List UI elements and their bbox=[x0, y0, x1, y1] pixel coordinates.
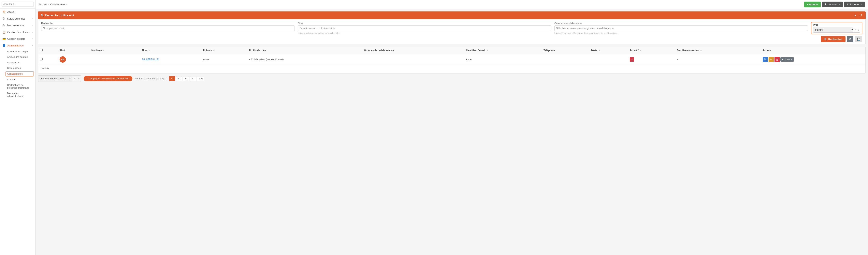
col-active: Activé ? ⇅ bbox=[628, 47, 675, 54]
sidebar-sub-absences[interactable]: Absences et congés bbox=[0, 49, 35, 54]
search-magnifier-icon: 🔍 bbox=[41, 14, 44, 17]
count-text: 1 entrée bbox=[40, 67, 863, 70]
nom-link[interactable]: MILLEFEUILLE bbox=[142, 58, 159, 61]
sidebar-sub-articles[interactable]: Articles des contrats bbox=[0, 54, 35, 60]
groupes-input[interactable] bbox=[554, 26, 808, 31]
per-page-20[interactable]: 20 bbox=[176, 76, 182, 81]
action-chevron-icon: ∨ bbox=[77, 77, 81, 80]
search-icon: 🔍 bbox=[824, 38, 827, 41]
clock-icon: ⏱ bbox=[2, 17, 5, 20]
sites-label: Sites bbox=[298, 22, 551, 25]
sidebar-sub-assurances[interactable]: Assurances bbox=[0, 60, 35, 65]
breadcrumb-sep: › bbox=[48, 3, 49, 6]
chevron-right-icon-2: › bbox=[32, 24, 33, 26]
refresh-search-button[interactable]: ↺ bbox=[859, 13, 863, 18]
sites-input[interactable] bbox=[298, 26, 551, 31]
sort-nom-icon[interactable]: ⇅ bbox=[149, 49, 150, 52]
cell-telephone bbox=[541, 54, 589, 65]
import-icon: ⬇ bbox=[825, 3, 827, 6]
sort-prenom-icon[interactable]: ⇅ bbox=[213, 49, 215, 52]
cell-groupes bbox=[362, 54, 464, 65]
sidebar-sub-declarations[interactable]: Déclarations de personnel intérimaire bbox=[0, 82, 35, 91]
reset-button[interactable]: ↺ bbox=[847, 36, 854, 42]
select-all-checkbox[interactable] bbox=[40, 49, 42, 51]
type-select[interactable]: Inactifs Actifs Tous bbox=[813, 27, 854, 32]
gear-icon: ⚙ bbox=[2, 24, 5, 27]
rechercher-label: Rechercher bbox=[41, 22, 295, 25]
actions-dropdown-button[interactable]: Actions ∨ bbox=[780, 57, 794, 62]
search-panel-title: 🔍 Recherche : 1 filtre actif bbox=[41, 14, 74, 17]
main-content: Accueil › Collaborateurs + Ajouter ⬇ Imp… bbox=[35, 0, 868, 255]
col-profils: Profils d'accès bbox=[247, 47, 362, 54]
action-clear-button[interactable]: × bbox=[72, 77, 77, 80]
chevron-down-icon: ∨ bbox=[32, 45, 33, 47]
save-filter-button[interactable]: 💾 bbox=[855, 36, 862, 42]
active-status-icon: ✕ bbox=[630, 57, 634, 62]
col-check bbox=[38, 47, 58, 54]
sort-active-icon[interactable]: ⇅ bbox=[640, 49, 642, 52]
type-clear-button[interactable]: × bbox=[854, 28, 857, 31]
sidebar-sub-demandes[interactable]: Demandes administratives bbox=[0, 91, 35, 99]
filter-group-groupes: Groupes de collaborateurs Laissez vide p… bbox=[554, 22, 808, 34]
per-page-100[interactable]: 100 bbox=[197, 76, 205, 81]
filter-group-sites: Sites Laissez vide pour sélectionner tou… bbox=[298, 22, 551, 34]
groupes-label: Groupes de collaborateurs bbox=[554, 22, 808, 25]
sort-poste-icon[interactable]: ⇅ bbox=[598, 49, 600, 52]
apply-button-label: Appliquer aux éléments sélectionnés bbox=[90, 77, 129, 80]
sidebar-item-saisie-temps[interactable]: ⏱ Saisie du temps › bbox=[0, 15, 35, 22]
per-page-10[interactable]: 10 bbox=[169, 76, 175, 81]
search-panel-title-text: Recherche : 1 filtre actif bbox=[45, 14, 74, 17]
sort-matricule-icon[interactable]: ⇅ bbox=[103, 49, 104, 52]
table-footer: 1 entrée bbox=[38, 65, 865, 73]
cell-nom: MILLEFEUILLE bbox=[140, 54, 201, 65]
search-button[interactable]: 🔍 Rechercher bbox=[821, 36, 845, 42]
breadcrumb: Accueil › Collaborateurs bbox=[39, 3, 67, 6]
card-icon: 💳 bbox=[2, 37, 6, 40]
row-checkbox[interactable] bbox=[40, 58, 42, 60]
sidebar-search-input[interactable] bbox=[2, 2, 34, 7]
per-page-50[interactable]: 50 bbox=[190, 76, 196, 81]
sidebar-sub-collaborateurs[interactable]: Collaborateurs bbox=[5, 71, 34, 77]
col-groupes: Groupes de collaborateurs bbox=[362, 47, 464, 54]
add-button[interactable]: + Ajouter bbox=[804, 2, 820, 7]
rechercher-input[interactable] bbox=[41, 26, 295, 31]
sidebar-sub-boite[interactable]: Boite à idées bbox=[0, 65, 35, 71]
chevron-right-icon: › bbox=[32, 18, 33, 20]
sidebar-item-accueil[interactable]: 🏠 Accueil bbox=[0, 8, 35, 15]
action-select[interactable]: Sélectionner une action bbox=[38, 76, 72, 82]
sidebar-item-gestion-affaires[interactable]: 📋 Gestion des affaires › bbox=[0, 29, 35, 35]
col-actions: Actions bbox=[761, 47, 865, 54]
table-row: AM MILLEFEUILLE Anne Collaborateur (Hora… bbox=[38, 54, 865, 65]
sort-identifiant-icon[interactable]: ⇅ bbox=[487, 49, 488, 52]
collapse-button[interactable]: ∧ bbox=[853, 13, 857, 18]
filter-group-rechercher: Rechercher bbox=[41, 22, 295, 31]
sidebar-item-administration[interactable]: 👤 Administration ∨ bbox=[0, 42, 35, 49]
actions-chevron-icon: ∨ bbox=[790, 58, 792, 61]
import-button[interactable]: ⬇ Importer ∨ bbox=[822, 2, 842, 7]
sidebar-sub-contrats[interactable]: Contrats bbox=[0, 77, 35, 82]
cell-check bbox=[38, 54, 58, 65]
col-matricule: Matricule ⇅ bbox=[89, 47, 140, 54]
check-icon: ✓ bbox=[87, 77, 89, 80]
sidebar-item-mon-entreprise[interactable]: ⚙ Mon entreprise › bbox=[0, 22, 35, 29]
view-button[interactable]: 🔍 bbox=[763, 57, 768, 62]
search-panel: 🔍 Recherche : 1 filtre actif ∧ ↺ bbox=[38, 11, 866, 19]
per-page-30[interactable]: 30 bbox=[183, 76, 189, 81]
topbar-actions: + Ajouter ⬇ Importer ∨ ⬆ Exporter ∨ bbox=[804, 2, 865, 7]
apply-button[interactable]: ✓ Appliquer aux éléments sélectionnés bbox=[84, 76, 132, 81]
sort-connexion-icon[interactable]: ⇅ bbox=[700, 49, 702, 52]
export-button[interactable]: ⬆ Exporter ∨ bbox=[844, 2, 865, 7]
edit-button[interactable]: ✏ bbox=[769, 57, 774, 62]
sidebar: 🏠 Accueil ⏱ Saisie du temps › ⚙ Mon entr… bbox=[0, 0, 35, 255]
cell-active: ✕ bbox=[628, 54, 675, 65]
action-select-wrapper: Sélectionner une action × ∨ bbox=[38, 76, 81, 82]
delete-button[interactable]: 🗑 bbox=[774, 57, 780, 62]
clipboard-icon: 📋 bbox=[2, 30, 6, 34]
filter-actions: 🔍 Rechercher ↺ 💾 bbox=[41, 36, 862, 42]
sidebar-label-accueil: Accueil bbox=[7, 10, 16, 13]
sidebar-item-gestion-paie[interactable]: 💳 Gestion de paie › bbox=[0, 35, 35, 42]
cell-prenom: Anne bbox=[201, 54, 247, 65]
col-connexion: Dernière connexion ⇅ bbox=[675, 47, 761, 54]
breadcrumb-home[interactable]: Accueil bbox=[39, 3, 47, 6]
sidebar-label-admin: Administration bbox=[7, 44, 24, 47]
